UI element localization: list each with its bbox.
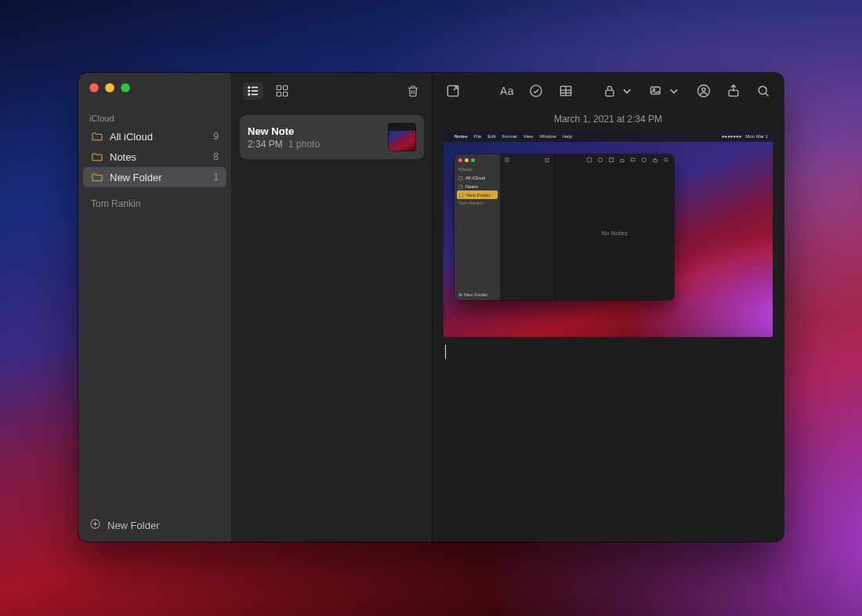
media-button[interactable] (649, 83, 682, 99)
svg-point-20 (598, 158, 602, 161)
screenshot-menubar: Notes File Edit Format View Window Help … (444, 131, 773, 142)
screenshot-app-name: Notes (455, 134, 468, 139)
folder-icon (91, 171, 103, 183)
folder-count: 8 (213, 151, 219, 162)
svg-rect-11 (606, 90, 614, 96)
note-time: 2:34 PM (248, 139, 283, 150)
folder-icon (91, 130, 103, 143)
chevron-down-icon (666, 83, 682, 99)
editor-pane: Aa (433, 73, 784, 542)
svg-rect-5 (284, 85, 288, 89)
svg-rect-23 (631, 158, 635, 161)
fullscreen-button[interactable] (121, 83, 130, 92)
editor-toolbar: Aa (433, 73, 784, 109)
text-format-button[interactable]: Aa (498, 83, 514, 99)
account-name: Tom Rankin (78, 187, 231, 220)
compose-button[interactable] (445, 83, 461, 99)
svg-rect-21 (609, 158, 613, 162)
window-controls (78, 73, 231, 109)
screenshot-inner-window: iCloud ▢All iCloud ▢Notes ▢New Folder To… (455, 154, 674, 300)
folder-label: All iCloud (110, 131, 153, 143)
svg-point-24 (642, 158, 646, 161)
svg-point-3 (248, 94, 250, 96)
collaborate-button[interactable] (696, 83, 712, 99)
text-cursor (445, 345, 773, 359)
close-button[interactable] (89, 83, 99, 92)
table-button[interactable] (558, 83, 574, 99)
svg-point-18 (759, 86, 766, 94)
sidebar-section-label: iCloud (78, 109, 231, 126)
sidebar-folder-new-folder[interactable]: New Folder 1 (83, 167, 226, 187)
lock-note-button[interactable] (602, 83, 635, 99)
svg-point-2 (248, 90, 250, 92)
svg-point-1 (248, 87, 250, 89)
list-view-button[interactable] (243, 82, 263, 100)
svg-rect-6 (277, 92, 281, 96)
folder-list: All iCloud 9 Notes 8 New Folder 1 (78, 126, 231, 187)
svg-point-9 (531, 85, 541, 96)
note-summary: 1 photo (288, 139, 320, 150)
note-list-column: New Note 2:34 PM 1 photo (232, 73, 433, 542)
note-title: New Note (248, 125, 380, 137)
note-list-toolbar (232, 73, 432, 109)
svg-point-16 (702, 88, 705, 91)
desktop-wallpaper: iCloud All iCloud 9 Notes 8 (0, 0, 862, 616)
note-meta: 2:34 PM 1 photo (248, 139, 380, 150)
new-folder-label: New Folder (107, 520, 159, 531)
note-list-item[interactable]: New Note 2:34 PM 1 photo (240, 115, 424, 159)
sidebar-folder-notes[interactable]: Notes 8 (83, 147, 226, 167)
svg-rect-7 (284, 92, 288, 96)
aa-icon: Aa (500, 85, 514, 97)
minimize-button[interactable] (105, 83, 114, 92)
folder-label: Notes (110, 151, 136, 163)
note-body[interactable]: Notes File Edit Format View Window Help … (433, 131, 784, 370)
note-timestamp: March 1, 2021 at 2:34 PM (433, 109, 784, 131)
svg-point-25 (665, 158, 668, 161)
chevron-down-icon (619, 83, 635, 99)
note-thumbnail (388, 123, 416, 151)
svg-rect-19 (587, 158, 591, 161)
folder-label: New Folder (110, 172, 161, 183)
sidebar: iCloud All iCloud 9 Notes 8 (78, 73, 232, 542)
notes-window: iCloud All iCloud 9 Notes 8 (78, 73, 784, 542)
share-button[interactable] (726, 83, 741, 99)
delete-note-button[interactable] (405, 83, 421, 99)
screenshot-empty-text: No Notes (555, 165, 674, 300)
svg-rect-4 (277, 85, 281, 89)
gallery-view-button[interactable] (274, 83, 290, 99)
folder-count: 1 (213, 172, 219, 183)
new-folder-button[interactable]: New Folder (78, 509, 231, 542)
svg-rect-22 (621, 160, 624, 162)
checklist-button[interactable] (528, 83, 544, 99)
folder-icon (91, 150, 103, 163)
search-button[interactable] (755, 83, 771, 99)
note-attachment-image[interactable]: Notes File Edit Format View Window Help … (444, 131, 773, 337)
folder-count: 9 (213, 131, 219, 142)
plus-circle-icon (89, 518, 101, 532)
sidebar-folder-all-icloud[interactable]: All iCloud 9 (83, 126, 226, 147)
